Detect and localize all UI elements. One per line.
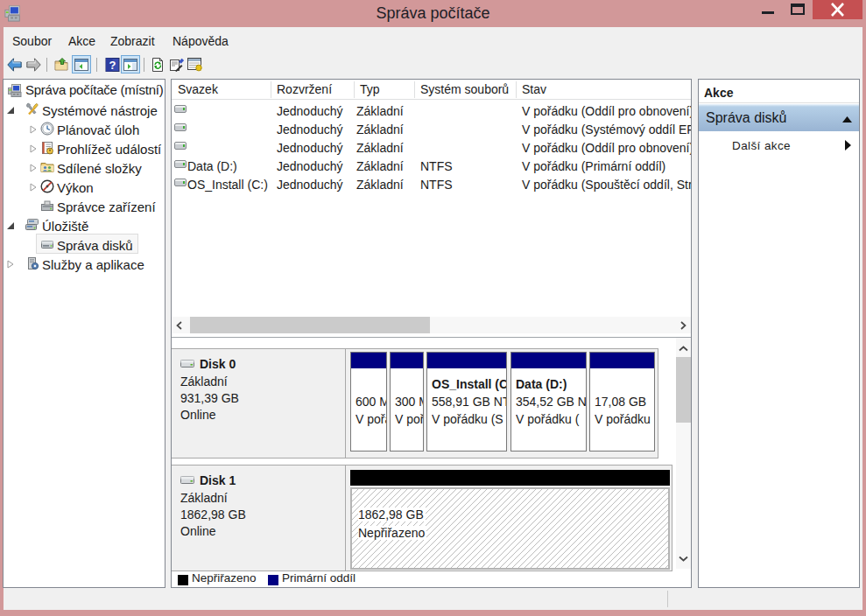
svg-text:?: ? xyxy=(109,59,116,72)
